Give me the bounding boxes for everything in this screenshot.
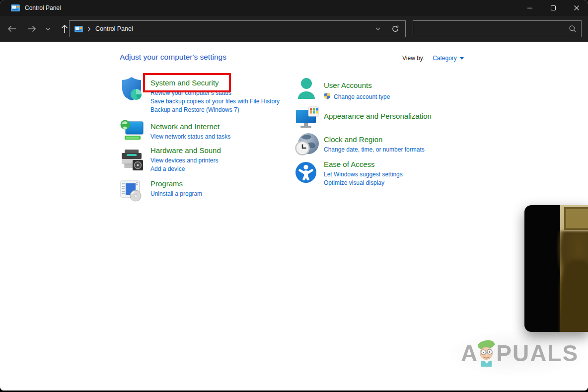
category-network-internet: Network and Internet View network status… bbox=[120, 119, 284, 141]
page-title: Adjust your computer's settings bbox=[120, 53, 226, 62]
programs-icon bbox=[120, 180, 143, 204]
link-add-a-device[interactable]: Add a device bbox=[150, 165, 284, 173]
maximize-button[interactable] bbox=[541, 0, 565, 16]
refresh-button[interactable] bbox=[385, 21, 405, 37]
address-dropdown-icon[interactable] bbox=[370, 27, 385, 30]
category-hardware-sound: Hardware and Sound View devices and prin… bbox=[120, 146, 284, 173]
category-ease-of-access: Ease of Access Let Windows suggest setti… bbox=[295, 159, 459, 187]
view-by-dropdown[interactable]: Category bbox=[433, 55, 457, 62]
view-by-control: View by: Category bbox=[402, 55, 464, 62]
window-controls bbox=[518, 0, 588, 16]
titlebar: Control Panel bbox=[0, 0, 588, 16]
link-ease-of-access[interactable]: Ease of Access bbox=[324, 159, 375, 169]
category-user-accounts: User Accounts Change account type bbox=[295, 80, 459, 101]
link-user-accounts[interactable]: User Accounts bbox=[324, 80, 372, 90]
mascot-icon bbox=[476, 339, 497, 370]
category-appearance-personalization: Appearance and Personalization bbox=[295, 111, 459, 121]
link-uninstall-program[interactable]: Uninstall a program bbox=[150, 190, 284, 198]
accessibility-icon bbox=[295, 161, 317, 185]
person-shoulder bbox=[560, 260, 588, 332]
control-panel-icon bbox=[11, 4, 20, 11]
user-icon bbox=[295, 77, 318, 102]
uac-shield-icon bbox=[324, 92, 331, 101]
appuals-watermark: A PUALS bbox=[461, 339, 579, 368]
network-icon bbox=[120, 119, 145, 144]
link-view-devices-printers[interactable]: View devices and printers bbox=[150, 157, 284, 165]
category-programs: Programs Uninstall a program bbox=[120, 179, 284, 198]
link-network-and-internet[interactable]: Network and Internet bbox=[150, 122, 220, 132]
view-by-label: View by: bbox=[402, 55, 425, 62]
watermark-prefix: A bbox=[461, 339, 478, 368]
personalization-icon bbox=[295, 106, 320, 132]
link-hardware-and-sound[interactable]: Hardware and Sound bbox=[150, 146, 221, 156]
link-clock-and-region[interactable]: Clock and Region bbox=[324, 135, 382, 145]
link-file-history[interactable]: Save backup copies of your files with Fi… bbox=[150, 97, 284, 106]
link-windows-suggest-settings[interactable]: Let Windows suggest settings bbox=[324, 170, 459, 179]
navigation-bar: Control Panel bbox=[0, 16, 588, 42]
forward-button[interactable] bbox=[23, 20, 41, 38]
view-by-caret-icon[interactable] bbox=[460, 57, 464, 60]
breadcrumb-chevron-icon[interactable] bbox=[87, 26, 91, 32]
printer-speaker-icon bbox=[120, 149, 145, 172]
link-review-computer-status[interactable]: Review your computer's status bbox=[150, 89, 284, 97]
link-system-and-security[interactable]: System and Security bbox=[150, 78, 219, 88]
pip-photo bbox=[560, 205, 588, 332]
category-system-security: System and Security Review your computer… bbox=[120, 73, 284, 114]
link-backup-restore[interactable]: Backup and Restore (Windows 7) bbox=[150, 106, 284, 114]
recent-pages-button[interactable] bbox=[41, 20, 55, 38]
category-clock-region: Clock and Region Change date, time, or n… bbox=[295, 135, 459, 154]
watermark-suffix: PUALS bbox=[496, 339, 579, 368]
back-button[interactable] bbox=[1, 20, 23, 38]
link-programs[interactable]: Programs bbox=[150, 179, 183, 189]
picture-frame bbox=[564, 207, 588, 230]
close-button[interactable] bbox=[565, 0, 588, 16]
breadcrumb-app-icon bbox=[74, 26, 83, 32]
search-box bbox=[413, 20, 582, 37]
link-appearance-personalization[interactable]: Appearance and Personalization bbox=[324, 111, 432, 121]
search-icon[interactable] bbox=[564, 25, 581, 33]
window-title: Control Panel bbox=[25, 4, 61, 11]
clock-globe-icon bbox=[295, 133, 320, 158]
shield-icon bbox=[120, 76, 144, 103]
address-bar[interactable]: Control Panel bbox=[69, 20, 406, 37]
video-pip-overlay[interactable] bbox=[524, 205, 588, 332]
breadcrumb-control-panel[interactable]: Control Panel bbox=[95, 25, 370, 32]
search-input[interactable] bbox=[413, 21, 564, 37]
link-change-date-time-formats[interactable]: Change date, time, or number formats bbox=[324, 146, 459, 154]
link-change-account-type[interactable]: Change account type bbox=[334, 93, 390, 101]
link-optimize-visual-display[interactable]: Optimize visual display bbox=[324, 179, 459, 187]
link-view-network-status[interactable]: View network status and tasks bbox=[150, 133, 284, 141]
minimize-button[interactable] bbox=[518, 0, 541, 16]
